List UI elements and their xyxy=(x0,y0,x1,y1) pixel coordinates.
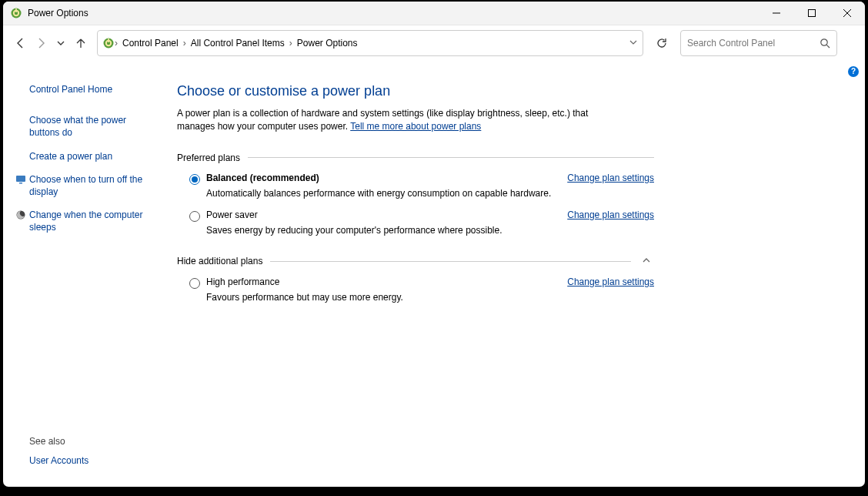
close-button[interactable] xyxy=(830,2,865,25)
up-button[interactable] xyxy=(72,35,89,52)
svg-rect-14 xyxy=(16,176,25,182)
additional-plans-label: Hide additional plans xyxy=(177,256,262,266)
sidebar-link-computer-sleeps[interactable]: Change when the computer sleeps xyxy=(29,209,154,233)
radio-balanced[interactable] xyxy=(189,174,200,185)
address-bar[interactable]: › Control Panel › All Control Panel Item… xyxy=(97,30,643,56)
sidebar: Control Panel Home Choose what the power… xyxy=(3,62,166,487)
divider xyxy=(270,261,631,262)
breadcrumb-power-options[interactable]: Power Options xyxy=(292,36,362,50)
change-settings-high-performance[interactable]: Change plan settings xyxy=(567,276,654,287)
main-content: Choose or customise a power plan A power… xyxy=(166,62,674,487)
search-icon xyxy=(820,38,830,49)
sidebar-link-display-off[interactable]: Choose when to turn off the display xyxy=(29,173,154,198)
svg-point-12 xyxy=(821,39,827,45)
breadcrumb-all-items[interactable]: All Control Panel Items xyxy=(186,36,289,50)
window-frame: Power Options › Control Panel › All Cont… xyxy=(3,2,865,487)
power-options-icon xyxy=(10,7,22,19)
breadcrumb-control-panel[interactable]: Control Panel xyxy=(118,36,183,50)
svg-rect-3 xyxy=(15,8,17,12)
plan-name-balanced[interactable]: Balanced (recommended) xyxy=(206,173,319,183)
sidebar-link-user-accounts[interactable]: User Accounts xyxy=(29,454,88,467)
svg-rect-15 xyxy=(19,183,22,184)
search-input[interactable]: Search Control Panel xyxy=(680,30,837,56)
plan-desc-balanced: Automatically balances performance with … xyxy=(206,188,576,199)
page-description: A power plan is a collection of hardware… xyxy=(177,107,623,134)
chevron-up-icon[interactable] xyxy=(639,256,654,267)
plan-name-power-saver[interactable]: Power saver xyxy=(206,209,258,220)
maximize-button[interactable] xyxy=(794,2,830,25)
change-settings-balanced[interactable]: Change plan settings xyxy=(567,173,654,183)
plan-power-saver: Power saver Change plan settings Saves e… xyxy=(177,209,654,246)
plan-balanced: Balanced (recommended) Change plan setti… xyxy=(177,173,654,209)
sidebar-link-power-buttons[interactable]: Choose what the power buttons do xyxy=(29,114,154,139)
sleep-icon xyxy=(15,209,26,220)
radio-high-performance[interactable] xyxy=(189,278,200,289)
minimize-button[interactable] xyxy=(759,2,794,25)
page-heading: Choose or customise a power plan xyxy=(177,83,654,99)
power-options-icon xyxy=(102,37,115,49)
change-settings-power-saver[interactable]: Change plan settings xyxy=(567,209,654,220)
divider xyxy=(248,157,654,158)
forward-button[interactable] xyxy=(32,35,49,52)
back-button[interactable] xyxy=(12,35,29,52)
refresh-button[interactable] xyxy=(651,32,673,54)
search-placeholder: Search Control Panel xyxy=(687,38,820,49)
plan-high-performance: High performance Change plan settings Fa… xyxy=(177,276,654,313)
svg-line-13 xyxy=(826,45,830,48)
plan-desc-high-performance: Favours performance but may use more ene… xyxy=(206,292,576,303)
sidebar-link-create-plan[interactable]: Create a power plan xyxy=(29,150,154,163)
window-title: Power Options xyxy=(28,8,88,18)
plan-desc-power-saver: Saves energy by reducing your computer's… xyxy=(206,225,576,236)
sidebar-link-home[interactable]: Control Panel Home xyxy=(29,83,154,96)
radio-power-saver[interactable] xyxy=(189,211,200,222)
additional-plans-header[interactable]: Hide additional plans xyxy=(177,256,654,267)
plan-name-high-performance[interactable]: High performance xyxy=(206,276,279,287)
preferred-plans-label: Preferred plans xyxy=(177,152,240,163)
learn-more-link[interactable]: Tell me more about power plans xyxy=(350,121,481,132)
chevron-down-icon[interactable] xyxy=(629,38,638,49)
display-off-icon xyxy=(15,174,26,185)
title-bar: Power Options xyxy=(3,2,865,25)
preferred-plans-header: Preferred plans xyxy=(177,152,654,163)
navigation-row: › Control Panel › All Control Panel Item… xyxy=(3,25,865,61)
svg-rect-11 xyxy=(108,39,109,42)
see-also-header: See also xyxy=(29,436,88,447)
svg-rect-5 xyxy=(809,10,816,17)
recent-dropdown-button[interactable] xyxy=(52,35,69,52)
